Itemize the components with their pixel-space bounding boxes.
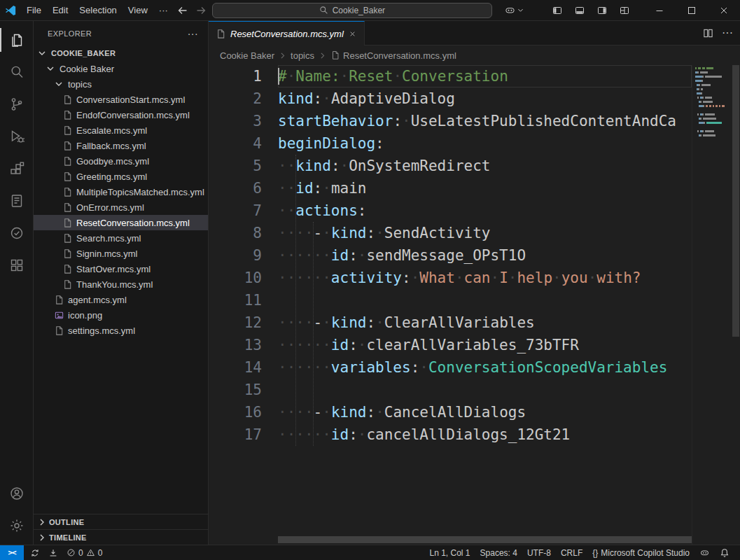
tree-item-search-mcs-yml[interactable]: Search.mcs.yml xyxy=(34,230,208,246)
tab-close-icon[interactable] xyxy=(348,29,357,38)
code-line-8[interactable]: 8····-·kind:·SendActivity xyxy=(209,222,692,244)
line-text: ····-·kind:·SendActivity xyxy=(278,222,692,244)
tree-item-escalate-mcs-yml[interactable]: Escalate.mcs.yml xyxy=(34,122,208,138)
tree-item-resetconversation-mcs-yml[interactable]: ResetConversation.mcs.yml xyxy=(34,215,208,230)
activity-manage[interactable] xyxy=(0,510,34,542)
line-number: 17 xyxy=(209,424,262,446)
line-number: 2 xyxy=(209,88,262,110)
code-line-16[interactable]: 16····-·kind:·CancelAllDialogs xyxy=(209,401,692,424)
breadcrumb-file[interactable]: ResetConversation.mcs.yml xyxy=(330,50,456,61)
menu-file[interactable]: File xyxy=(21,3,47,18)
activity-copilot-studio[interactable] xyxy=(0,185,34,217)
code-line-9[interactable]: 9······id:·sendMessage_OPsT1O xyxy=(209,244,692,267)
outline-panel-header[interactable]: OUTLINE xyxy=(34,514,208,529)
customize-layout-button[interactable] xyxy=(615,1,634,20)
tree-item-settings-mcs-yml[interactable]: settings.mcs.yml xyxy=(34,323,208,338)
code-line-14[interactable]: 14······variables:·ConversationScopedVar… xyxy=(209,356,692,379)
tree-item-signin-mcs-yml[interactable]: Signin.mcs.yml xyxy=(34,246,208,261)
tree-item-thankyou-mcs-yml[interactable]: ThankYou.mcs.yml xyxy=(34,276,208,292)
breadcrumb-folder[interactable]: Cookie Baker xyxy=(220,50,274,61)
tree-item-agent-mcs-yml[interactable]: agent.mcs.yml xyxy=(34,292,208,307)
yaml-file-icon xyxy=(62,186,73,197)
tree-item-startover-mcs-yml[interactable]: StartOver.mcs.yml xyxy=(34,261,208,276)
tree-item-topics[interactable]: topics xyxy=(34,76,208,92)
code-line-17[interactable]: 17······id:·cancelAllDialogs_12Gt21 xyxy=(209,424,692,446)
back-button[interactable] xyxy=(174,1,192,20)
activity-agents-toolkit[interactable] xyxy=(0,249,34,281)
tree-item-icon-png[interactable]: icon.png xyxy=(34,307,208,323)
tree-item-endofconversation-mcs-yml[interactable]: EndofConversation.mcs.yml xyxy=(34,107,208,122)
search-box[interactable]: Cookie_Baker xyxy=(212,3,492,18)
timeline-panel-header[interactable]: TIMELINE xyxy=(34,529,208,545)
forward-button[interactable] xyxy=(192,1,210,20)
menu-more[interactable]: ··· xyxy=(153,3,174,18)
more-actions-button[interactable]: ··· xyxy=(722,27,733,39)
horizontal-scrollbar[interactable] xyxy=(278,536,692,543)
menu-selection[interactable]: Selection xyxy=(74,3,122,18)
vertical-scrollbar[interactable] xyxy=(732,65,740,545)
close-button[interactable] xyxy=(708,0,740,21)
code-line-15[interactable]: 15 xyxy=(209,379,692,401)
code-line-3[interactable]: 3startBehavior:·UseLatestPublishedConten… xyxy=(209,110,692,132)
problems-button[interactable]: 0 0 xyxy=(62,545,106,560)
tree-item-fallback-mcs-yml[interactable]: Fallback.mcs.yml xyxy=(34,138,208,153)
download-status-button[interactable] xyxy=(44,545,62,560)
toggle-sidebar-button[interactable] xyxy=(548,1,566,20)
code-line-11[interactable]: 11 xyxy=(209,289,692,312)
split-editor-button[interactable] xyxy=(703,28,713,38)
activity-explorer[interactable] xyxy=(0,24,34,56)
minimize-button[interactable] xyxy=(643,0,676,21)
activity-source-control[interactable] xyxy=(0,88,34,120)
tree-item-conversationstart-mcs-yml[interactable]: ConversationStart.mcs.yml xyxy=(34,92,208,107)
activity-run-and-debug[interactable] xyxy=(0,120,34,153)
tab-resetconversation[interactable]: ResetConversation.mcs.yml xyxy=(209,21,365,46)
tree-item-label: MultipleTopicsMatched.mcs.yml xyxy=(76,187,204,197)
line-number: 1 xyxy=(209,65,262,88)
code-line-12[interactable]: 12····-·kind:·ClearAllVariables xyxy=(209,312,692,334)
account-icon xyxy=(8,485,25,502)
tree-item-goodbye-mcs-yml[interactable]: Goodbye.mcs.yml xyxy=(34,153,208,169)
editor-group: ResetConversation.mcs.yml ··· Cookie Bak… xyxy=(209,21,740,545)
code-line-5[interactable]: 5··kind:·OnSystemRedirect xyxy=(209,155,692,177)
copilot-status-button[interactable] xyxy=(694,545,715,560)
tree-item-greeting-mcs-yml[interactable]: Greeting.mcs.yml xyxy=(34,169,208,184)
code-line-7[interactable]: 7··actions: xyxy=(209,200,692,222)
breadcrumb-subfolder[interactable]: topics xyxy=(291,50,314,61)
vscode-logo xyxy=(0,4,21,17)
line-number: 14 xyxy=(209,356,262,379)
cursor-position[interactable]: Ln 1, Col 1 xyxy=(424,545,475,560)
code-line-10[interactable]: 10······activity:·What·can·I·help·you·wi… xyxy=(209,267,692,289)
menu-edit[interactable]: Edit xyxy=(47,3,74,18)
toggle-secondary-sidebar-button[interactable] xyxy=(593,1,611,20)
workspace-root[interactable]: COOKIE_BAKER xyxy=(34,46,208,61)
activity-search[interactable] xyxy=(0,56,34,88)
editor[interactable]: 1#·Name:·Reset·Conversation2kind:·Adapti… xyxy=(209,65,740,545)
activity-accounts[interactable] xyxy=(0,477,34,510)
code-line-4[interactable]: 4beginDialog: xyxy=(209,132,692,155)
tree-item-onerror-mcs-yml[interactable]: OnError.mcs.yml xyxy=(34,200,208,215)
code-line-1[interactable]: 1#·Name:·Reset·Conversation xyxy=(209,65,692,88)
explorer-more-actions-button[interactable]: ··· xyxy=(185,28,201,39)
activity-extensions[interactable] xyxy=(0,153,34,185)
menu-view[interactable]: View xyxy=(123,3,153,18)
indentation-status[interactable]: Spaces: 4 xyxy=(475,545,522,560)
vscode-window: File Edit Selection View ··· Cookie_Bake… xyxy=(0,0,740,560)
code-line-2[interactable]: 2kind:·AdaptiveDialog xyxy=(209,88,692,110)
code-line-6[interactable]: 6··id:·main xyxy=(209,177,692,200)
toggle-panel-button[interactable] xyxy=(571,1,589,20)
remote-indicator[interactable]: >< xyxy=(0,545,24,560)
notifications-button[interactable] xyxy=(715,545,734,560)
encoding-status[interactable]: UTF-8 xyxy=(522,545,556,560)
activity-testing[interactable] xyxy=(0,217,34,249)
tree-item-cookie-baker[interactable]: Cookie Baker xyxy=(34,61,208,76)
minimap-content[interactable] xyxy=(692,65,732,545)
tree-item-multipletopicsmatched-mcs-yml[interactable]: MultipleTopicsMatched.mcs.yml xyxy=(34,184,208,200)
code-line-13[interactable]: 13······id:·clearAllVariables_73bTFR xyxy=(209,334,692,356)
line-number: 10 xyxy=(209,267,262,289)
eol-status[interactable]: CRLF xyxy=(556,545,587,560)
language-mode[interactable]: {} Microsoft Copilot Studio xyxy=(587,545,694,560)
maximize-button[interactable] xyxy=(676,0,708,21)
sync-status-button[interactable] xyxy=(26,545,44,560)
copilot-menu-button[interactable] xyxy=(500,4,529,16)
image-file-icon xyxy=(53,309,64,321)
